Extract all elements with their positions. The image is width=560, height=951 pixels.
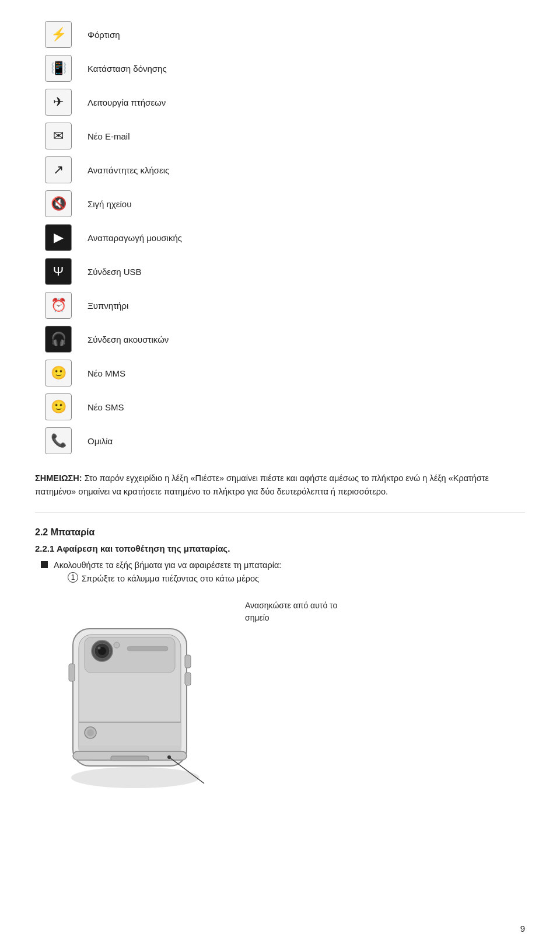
- svg-rect-11: [185, 655, 191, 668]
- annotation-text: Ανασηκώστε από αυτό το σημείο: [245, 600, 337, 624]
- numbered-steps: 1 Σπρώξτε το κάλυμμα πιέζοντας στο κάτω …: [68, 572, 281, 586]
- icon-label: Νέο SMS: [82, 390, 525, 424]
- usb-icon: Ψ: [45, 258, 72, 285]
- icon-cell: ▶: [35, 221, 82, 255]
- charging-icon: ⚡: [45, 21, 72, 48]
- icon-label: Νέο E-mail: [82, 119, 525, 153]
- section-2-2-1-heading: 2.2.1 Αφαίρεση και τοποθέτηση της μπαταρ…: [35, 544, 525, 553]
- icon-label: Σύνδεση USB: [82, 255, 525, 288]
- note-section: ΣΗΜΕΙΩΣΗ: Στο παρόν εγχειρίδιο η λέξη «Π…: [35, 472, 525, 499]
- phone-svg: [35, 600, 222, 798]
- section-divider: [35, 513, 525, 513]
- icon-table-row: ✉Νέο E-mail: [35, 119, 525, 153]
- vibrate-icon: 📳: [45, 55, 72, 82]
- icon-table-row: 🙂Νέο MMS: [35, 356, 525, 390]
- icon-cell: ⏰: [35, 288, 82, 322]
- icon-label: Κατάσταση δόνησης: [82, 51, 525, 85]
- call-icon: 📞: [45, 427, 72, 454]
- icon-table-row: 📞Ομιλία: [35, 424, 525, 458]
- icon-label: Λειτουργία πτήσεων: [82, 85, 525, 119]
- icon-table-row: 📳Κατάσταση δόνησης: [35, 51, 525, 85]
- diagram-area: Ανασηκώστε από αυτό το σημείο: [35, 600, 525, 798]
- icon-table-row: ↗Αναπάντητες κλήσεις: [35, 153, 525, 187]
- icon-table-row: ▶Αναπαραγωγή μουσικής: [35, 221, 525, 255]
- svg-point-8: [114, 642, 120, 648]
- svg-rect-9: [127, 646, 168, 651]
- icon-table-row: 🎧Σύνδεση ακουστικών: [35, 322, 525, 356]
- mute-icon: 🔇: [45, 190, 72, 217]
- missed-call-icon: ↗: [45, 156, 72, 183]
- icon-cell: 🙂: [35, 390, 82, 424]
- icon-table-row: ⏰Ξυπνητήρι: [35, 288, 525, 322]
- note-label: ΣΗΜΕΙΩΣΗ:: [35, 473, 82, 483]
- phone-diagram: [35, 600, 222, 798]
- airplane-icon: ✈: [45, 89, 72, 116]
- page-number: 9: [520, 924, 525, 933]
- bullet-item: Ακολουθήστε τα εξής βήματα για να αφαιρέ…: [41, 559, 525, 588]
- icon-cell: Ψ: [35, 255, 82, 288]
- steps-bullet-list: Ακολουθήστε τα εξής βήματα για να αφαιρέ…: [41, 559, 525, 588]
- play-icon: ▶: [45, 224, 72, 251]
- svg-rect-12: [185, 673, 191, 685]
- svg-point-19: [87, 729, 94, 736]
- icon-cell: 🎧: [35, 322, 82, 356]
- alarm-icon: ⏰: [45, 292, 72, 319]
- svg-point-0: [71, 767, 200, 788]
- icon-cell: 🙂: [35, 356, 82, 390]
- bullet-text: Ακολουθήστε τα εξής βήματα για να αφαιρέ…: [54, 559, 281, 588]
- icon-label: Φόρτιση: [82, 18, 525, 51]
- step-1: 1 Σπρώξτε το κάλυμμα πιέζοντας στο κάτω …: [68, 572, 281, 586]
- icon-cell: ⚡: [35, 18, 82, 51]
- icon-label: Αναπάντητες κλήσεις: [82, 153, 525, 187]
- icon-label: Σιγή ηχείου: [82, 187, 525, 221]
- icon-label: Αναπαραγωγή μουσικής: [82, 221, 525, 255]
- icon-cell: 🔇: [35, 187, 82, 221]
- icon-label: Ομιλία: [82, 424, 525, 458]
- icon-cell: 📳: [35, 51, 82, 85]
- svg-point-21: [167, 755, 171, 759]
- svg-point-7: [98, 647, 101, 650]
- annotation-block: Ανασηκώστε από αυτό το σημείο: [239, 600, 337, 647]
- note-text: Στο παρόν εγχειρίδιο η λέξη «Πιέστε» σημ…: [35, 473, 489, 496]
- icon-table-row: 🙂Νέο SMS: [35, 390, 525, 424]
- headphones-icon: 🎧: [45, 326, 72, 353]
- svg-rect-17: [111, 756, 149, 761]
- icon-table-row: ✈Λειτουργία πτήσεων: [35, 85, 525, 119]
- svg-rect-10: [69, 664, 75, 681]
- icons-table: ⚡Φόρτιση📳Κατάσταση δόνησης✈Λειτουργία πτ…: [35, 18, 525, 458]
- page-container: ⚡Φόρτιση📳Κατάσταση δόνησης✈Λειτουργία πτ…: [0, 0, 560, 833]
- icon-table-row: ⚡Φόρτιση: [35, 18, 525, 51]
- icon-cell: ↗: [35, 153, 82, 187]
- icon-cell: ✈: [35, 85, 82, 119]
- mms-icon: 🙂: [45, 360, 72, 386]
- icon-cell: 📞: [35, 424, 82, 458]
- icon-table-row: 🔇Σιγή ηχείου: [35, 187, 525, 221]
- icon-label: Νέο MMS: [82, 356, 525, 390]
- icon-label: Ξυπνητήρι: [82, 288, 525, 322]
- bullet-square-icon: [41, 561, 48, 568]
- section-2-2-heading: 2.2 Μπαταρία: [35, 527, 525, 538]
- step-number: 1: [68, 572, 78, 583]
- icon-cell: ✉: [35, 119, 82, 153]
- sms-icon: 🙂: [45, 393, 72, 420]
- icon-table-row: ΨΣύνδεση USB: [35, 255, 525, 288]
- icon-label: Σύνδεση ακουστικών: [82, 322, 525, 356]
- email-icon: ✉: [45, 123, 72, 149]
